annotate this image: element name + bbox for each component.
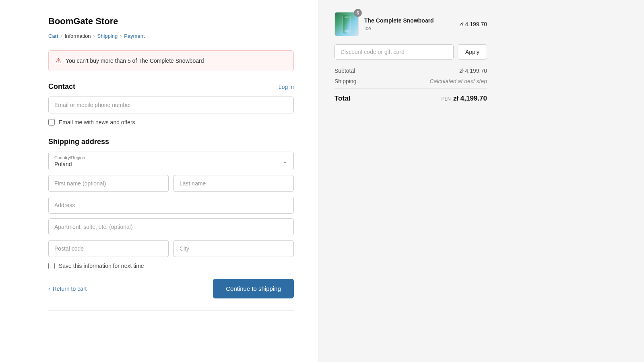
order-summary-panel: 6 The Complete Snowboard Ice zł 4,199.70… bbox=[318, 0, 503, 362]
total-right: PLN zł 4,199.70 bbox=[442, 95, 487, 103]
continue-to-shipping-button[interactable]: Continue to shipping bbox=[213, 279, 294, 298]
alert-icon: ⚠ bbox=[55, 56, 62, 65]
subtotal-line: Subtotal zł 4,199.70 bbox=[334, 68, 487, 74]
alert-box: ⚠ You can't buy more than 5 of The Compl… bbox=[48, 50, 294, 71]
svg-rect-1 bbox=[345, 16, 349, 18]
shipping-label: Shipping bbox=[334, 78, 357, 84]
return-to-cart-link[interactable]: ‹ Return to cart bbox=[48, 286, 87, 292]
product-name: The Complete Snowboard bbox=[364, 17, 454, 24]
bottom-divider bbox=[48, 311, 294, 311]
country-label: Country/Region bbox=[54, 155, 288, 160]
discount-row: Apply bbox=[334, 44, 487, 60]
breadcrumb-sep-2: › bbox=[93, 33, 95, 39]
product-price: zł 4,199.70 bbox=[460, 21, 487, 27]
contact-header: Contact Log in bbox=[48, 82, 294, 91]
breadcrumb-shipping[interactable]: Shipping bbox=[97, 33, 118, 39]
alert-message: You can't buy more than 5 of The Complet… bbox=[66, 58, 204, 64]
subtotal-label: Subtotal bbox=[334, 68, 355, 74]
postal-code-field[interactable] bbox=[48, 240, 169, 257]
country-region-group[interactable]: Country/Region Poland ⌄ bbox=[48, 152, 294, 170]
svg-rect-2 bbox=[345, 30, 349, 32]
store-name: BoomGate Store bbox=[48, 16, 294, 27]
snowboard-image-svg bbox=[341, 13, 353, 35]
actions-row: ‹ Return to cart Continue to shipping bbox=[48, 279, 294, 298]
breadcrumb: Cart › Information › Shipping › Payment bbox=[48, 33, 294, 39]
breadcrumb-sep-1: › bbox=[61, 33, 62, 39]
total-label: Total bbox=[334, 95, 350, 103]
product-row: 6 The Complete Snowboard Ice zł 4,199.70 bbox=[334, 12, 487, 36]
first-name-field[interactable] bbox=[48, 175, 169, 192]
address-field[interactable] bbox=[48, 197, 294, 214]
log-in-link[interactable]: Log in bbox=[279, 84, 294, 90]
shipping-title: Shipping address bbox=[48, 138, 109, 146]
total-currency: PLN bbox=[442, 96, 451, 102]
city-field[interactable] bbox=[173, 240, 294, 257]
save-info-checkbox[interactable] bbox=[48, 263, 55, 269]
shipping-line: Shipping Calculated at next step bbox=[334, 78, 487, 84]
last-name-field[interactable] bbox=[173, 175, 294, 192]
breadcrumb-information[interactable]: Information bbox=[65, 33, 91, 39]
apartment-field[interactable] bbox=[48, 218, 294, 235]
product-quantity-badge: 6 bbox=[354, 9, 362, 17]
save-info-label: Save this information for next time bbox=[59, 263, 144, 269]
subtotal-value: zł 4,199.70 bbox=[460, 68, 487, 74]
total-value: zł 4,199.70 bbox=[453, 95, 487, 103]
product-variant: Ice bbox=[364, 25, 454, 31]
email-field[interactable] bbox=[48, 97, 294, 113]
return-label: Return to cart bbox=[53, 286, 87, 292]
shipping-section: Shipping address Country/Region Poland ⌄ bbox=[48, 138, 294, 269]
country-value: Poland bbox=[54, 161, 288, 167]
shipping-value: Calculated at next step bbox=[430, 78, 487, 84]
apartment-group bbox=[48, 218, 294, 235]
product-info: The Complete Snowboard Ice bbox=[364, 17, 454, 31]
breadcrumb-payment[interactable]: Payment bbox=[124, 33, 144, 39]
newsletter-row: Email me with news and offers bbox=[48, 119, 294, 125]
newsletter-checkbox[interactable] bbox=[48, 119, 55, 125]
breadcrumb-sep-3: › bbox=[120, 33, 122, 39]
contact-title: Contact bbox=[48, 82, 75, 91]
save-info-row: Save this information for next time bbox=[48, 263, 294, 269]
product-image-wrapper: 6 bbox=[334, 12, 359, 36]
name-row bbox=[48, 175, 294, 192]
total-line: Total PLN zł 4,199.70 bbox=[334, 88, 487, 103]
discount-input[interactable] bbox=[334, 44, 454, 60]
chevron-down-icon: ⌄ bbox=[283, 157, 288, 165]
address-group bbox=[48, 197, 294, 214]
newsletter-label: Email me with news and offers bbox=[59, 119, 135, 125]
chevron-left-icon: ‹ bbox=[48, 286, 50, 292]
postal-city-row bbox=[48, 240, 294, 257]
breadcrumb-cart[interactable]: Cart bbox=[48, 33, 58, 39]
apply-button[interactable]: Apply bbox=[458, 44, 487, 60]
